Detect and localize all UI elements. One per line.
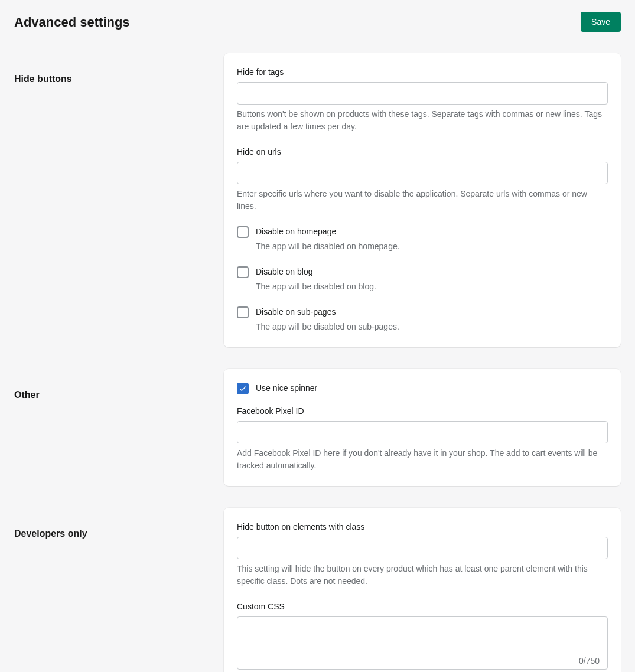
page-title: Advanced settings [14,12,130,32]
section-hide-buttons: Hide buttons Hide for tags Buttons won't… [14,53,621,358]
checkbox-disable-subpages[interactable] [237,306,249,318]
section-developers: Developers only Hide button on elements … [14,508,621,672]
input-hide-for-tags[interactable] [237,82,608,105]
section-title-developers: Developers only [14,527,224,541]
card-developers: Hide button on elements with class This … [224,508,621,672]
input-hide-on-urls[interactable] [237,162,608,184]
input-custom-css[interactable] [237,616,608,670]
label-fb-pixel: Facebook Pixel ID [237,405,608,417]
page-header: Advanced settings Save [14,12,621,32]
help-hide-on-urls: Enter specific urls where you want to di… [237,188,608,213]
help-fb-pixel: Add Facebook Pixel ID here if you don't … [237,447,608,472]
label-hide-class: Hide button on elements with class [237,521,608,533]
section-title-hide-buttons: Hide buttons [14,72,224,86]
input-hide-class[interactable] [237,537,608,559]
help-disable-subpages: The app will be disabled on sub-pages. [256,321,608,333]
label-custom-css: Custom CSS [237,601,608,613]
help-hide-for-tags: Buttons won't be shown on products with … [237,108,608,133]
help-disable-blog: The app will be disabled on blog. [256,280,608,293]
label-hide-for-tags: Hide for tags [237,66,608,79]
label-disable-subpages: Disable on sub-pages [256,306,608,318]
label-disable-homepage: Disable on homepage [256,226,608,238]
card-hide-buttons: Hide for tags Buttons won't be shown on … [224,53,621,347]
checkbox-disable-blog[interactable] [237,266,249,278]
label-use-nice-spinner: Use nice spinner [256,382,608,394]
checkbox-use-nice-spinner[interactable] [237,383,249,394]
label-hide-on-urls: Hide on urls [237,146,608,158]
help-hide-class: This setting will hide the button on eve… [237,563,608,588]
checkmark-icon [239,384,247,393]
section-other: Other Use nice spinner Facebook Pixel ID… [14,369,621,497]
save-button[interactable]: Save [581,12,621,32]
section-title-other: Other [14,388,224,402]
label-disable-blog: Disable on blog [256,266,608,278]
input-fb-pixel[interactable] [237,421,608,443]
card-other: Use nice spinner Facebook Pixel ID Add F… [224,369,621,486]
checkbox-disable-homepage[interactable] [237,226,249,238]
help-disable-homepage: The app will be disabled on homepage. [256,240,608,253]
